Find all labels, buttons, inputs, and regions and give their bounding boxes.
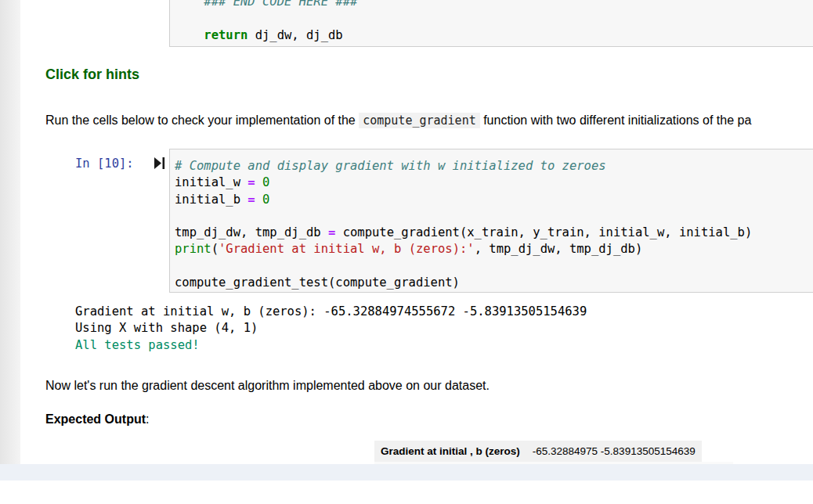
hints-toggle[interactable]: Click for hints — [45, 67, 139, 83]
cell-output-lines: Gradient at initial w, b (zeros): -65.32… — [75, 304, 587, 354]
expected-output-table: Gradient at initial , b (zeros) -65.3288… — [374, 441, 702, 462]
notebook-page: ### END CODE HERE ### return dj_dw, dj_d… — [0, 0, 813, 504]
code-cell-lines: # Compute and display gradient with w in… — [175, 158, 813, 291]
code-line: return dj_dw, dj_db — [175, 27, 357, 44]
code-cell-above[interactable]: ### END CODE HERE ### return dj_dw, dj_d… — [169, 0, 813, 47]
code-line: ### END CODE HERE ### — [175, 0, 357, 10]
followup-paragraph: Now let's run the gradient descent algor… — [45, 378, 490, 394]
code-cell-above-lines: ### END CODE HERE ### return dj_dw, dj_d… — [175, 0, 357, 44]
output-line: Gradient at initial w, b (zeros): -65.32… — [75, 304, 587, 320]
expected-table-label-cell: Gradient at initial , b (zeros) — [374, 441, 526, 462]
expected-output-label: Expected Output — [45, 412, 146, 426]
cell-prompt: In [10]: — [75, 157, 134, 171]
intro-text-after: function with two different initializati… — [480, 113, 752, 127]
code-line: compute_gradient_test(compute_gradient) — [175, 275, 813, 291]
code-line: print('Gradient at initial w, b (zeros):… — [175, 241, 813, 257]
code-line: tmp_dj_dw, tmp_dj_db = compute_gradient(… — [175, 225, 813, 241]
expected-table-value-cell: -65.32884975 -5.83913505154639 — [526, 441, 702, 462]
expected-output-heading: Expected Output: — [45, 412, 149, 427]
code-line — [175, 258, 813, 275]
code-line — [175, 208, 813, 225]
intro-paragraph: Run the cells below to check your implem… — [45, 113, 751, 128]
page-bottom-bar — [0, 464, 813, 481]
code-line: initial_b = 0 — [175, 192, 813, 208]
code-line: initial_w = 0 — [175, 175, 813, 191]
intro-text-before: Run the cells below to check your implem… — [45, 113, 359, 127]
output-line: All tests passed! — [75, 337, 587, 354]
page-left-gutter — [0, 0, 20, 464]
output-line: Using X with shape (4, 1) — [75, 320, 587, 337]
inline-code: compute_gradient — [359, 113, 480, 128]
run-cell-icon[interactable] — [154, 157, 165, 169]
code-line: # Compute and display gradient with w in… — [175, 158, 813, 175]
expected-output-colon: : — [146, 412, 149, 426]
code-cell-input[interactable]: # Compute and display gradient with w in… — [169, 149, 813, 293]
code-line — [175, 10, 357, 27]
